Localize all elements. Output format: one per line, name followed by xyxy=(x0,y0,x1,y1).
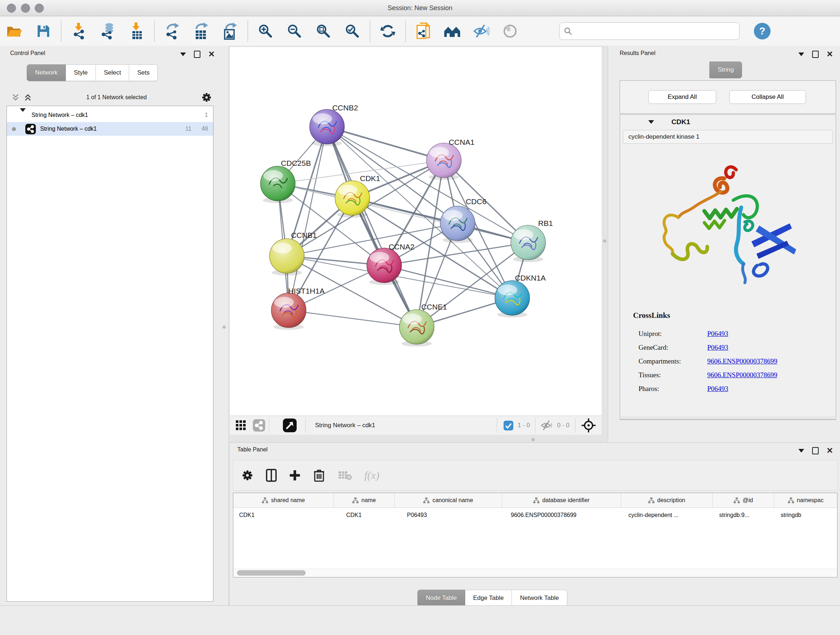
tab-string[interactable]: String xyxy=(709,62,742,78)
scrollbar-thumb[interactable] xyxy=(237,570,306,576)
float-panel-icon[interactable] xyxy=(812,51,819,58)
hide-selected-button[interactable] xyxy=(472,22,491,41)
tab-network[interactable]: Network xyxy=(27,65,66,81)
clone-network-button[interactable] xyxy=(414,22,433,41)
tab-network-table[interactable]: Network Table xyxy=(512,590,567,606)
close-panel-icon[interactable]: ✕ xyxy=(827,51,833,57)
close-panel-icon[interactable]: ✕ xyxy=(208,51,215,57)
splitter-grip[interactable] xyxy=(603,239,606,242)
network-row-selected[interactable]: String Network – cdk1 11 48 xyxy=(7,122,213,136)
network-node[interactable] xyxy=(367,248,401,283)
tab-select[interactable]: Select xyxy=(96,65,129,81)
column-header-description[interactable]: description xyxy=(621,493,713,508)
network-node[interactable] xyxy=(335,181,370,215)
panel-menu-icon[interactable] xyxy=(798,449,804,453)
crosslink-uniprot-link[interactable]: P06493 xyxy=(707,330,728,337)
show-overview-button[interactable] xyxy=(443,22,462,41)
export-network-button[interactable] xyxy=(163,22,182,41)
section-collapse-icon[interactable] xyxy=(648,120,654,124)
network-node[interactable] xyxy=(399,310,434,344)
crosslink-genecard-link[interactable]: P06493 xyxy=(707,344,728,351)
tab-sets[interactable]: Sets xyxy=(129,65,158,81)
float-panel-icon[interactable] xyxy=(812,447,819,454)
export-image-button[interactable] xyxy=(221,22,240,41)
network-node[interactable] xyxy=(426,143,461,178)
search-input[interactable] xyxy=(576,27,739,35)
network-node[interactable] xyxy=(261,166,295,201)
network-collection-row[interactable]: String Network – cdk1 1 xyxy=(7,108,213,122)
crosslink-tissues-link[interactable]: 9606.ENSP00000378699 xyxy=(707,371,777,379)
network-options-gear-icon[interactable] xyxy=(201,92,212,103)
protein-section-header[interactable]: CDK1 xyxy=(620,115,836,129)
network-node[interactable] xyxy=(309,109,344,144)
show-all-button[interactable] xyxy=(501,22,519,41)
table-horizontal-scrollbar[interactable] xyxy=(233,569,837,577)
detach-view-icon[interactable] xyxy=(283,418,297,432)
column-header-shared-name[interactable]: shared name xyxy=(233,493,334,508)
search-field[interactable] xyxy=(559,22,739,40)
cell-description[interactable]: cyclin-dependent ... xyxy=(621,508,713,523)
cell-canonical-name[interactable]: P06493 xyxy=(395,508,502,523)
expand-all-button[interactable]: Expand All xyxy=(648,90,716,104)
cell-name[interactable]: CDK1 xyxy=(334,508,395,523)
help-button[interactable]: ? xyxy=(754,23,771,40)
collapse-all-networks-icon[interactable] xyxy=(11,93,19,101)
network-node[interactable] xyxy=(440,206,475,241)
save-session-button[interactable] xyxy=(34,22,53,41)
panel-menu-icon[interactable] xyxy=(180,52,186,56)
show-columns-icon[interactable] xyxy=(266,469,277,482)
tab-node-table[interactable]: Node Table xyxy=(417,590,465,606)
results-horizontal-scrollbar[interactable] xyxy=(620,416,836,420)
zoom-out-button[interactable] xyxy=(285,22,304,41)
import-database-button[interactable] xyxy=(98,22,117,41)
network-node[interactable] xyxy=(271,293,306,328)
selected-checkbox-icon[interactable] xyxy=(504,421,513,431)
network-edge[interactable] xyxy=(289,310,417,327)
column-header-database-identifier[interactable]: database identifier xyxy=(502,493,621,508)
zoom-selected-button[interactable] xyxy=(343,22,362,41)
collapse-all-button[interactable]: Collapse All xyxy=(729,90,806,104)
crosslink-pharos-link[interactable]: P06493 xyxy=(707,385,728,393)
network-edge[interactable] xyxy=(327,127,444,160)
delete-column-trash-icon[interactable] xyxy=(314,469,325,482)
table-row[interactable]: CDK1 CDK1 P06493 9606.ENSP00000378699 cy… xyxy=(233,508,837,523)
grid-view-icon[interactable] xyxy=(235,420,246,431)
column-header-canonical-name[interactable]: canonical name xyxy=(395,493,502,508)
hidden-eye-slash-icon[interactable] xyxy=(540,420,554,431)
import-network-button[interactable] xyxy=(69,22,88,41)
import-table-button[interactable] xyxy=(127,22,146,41)
network-node[interactable] xyxy=(495,280,530,315)
crosslink-compartments-link[interactable]: 9606.ENSP00000378699 xyxy=(707,357,777,365)
cell-namespace[interactable]: stringdb xyxy=(774,508,837,523)
network-edge[interactable] xyxy=(327,127,417,327)
network-edge[interactable] xyxy=(384,265,512,298)
expand-all-networks-icon[interactable] xyxy=(24,93,32,101)
export-table-button[interactable] xyxy=(192,22,210,41)
splitter-grip[interactable] xyxy=(531,438,535,441)
panel-menu-icon[interactable] xyxy=(798,52,804,56)
network-node[interactable] xyxy=(270,239,304,273)
column-header-id[interactable]: @id xyxy=(713,493,774,508)
float-panel-icon[interactable] xyxy=(194,51,201,58)
refresh-button[interactable] xyxy=(378,22,397,41)
splitter-grip[interactable] xyxy=(223,325,226,329)
birdseye-navigator-icon[interactable] xyxy=(581,418,596,432)
cell-id[interactable]: stringdb:9... xyxy=(713,508,774,523)
column-header-namespace[interactable]: namespac xyxy=(774,493,837,508)
close-panel-icon[interactable]: ✕ xyxy=(827,448,833,454)
network-node[interactable] xyxy=(511,225,546,260)
tree-expand-icon[interactable] xyxy=(20,112,26,119)
open-session-button[interactable] xyxy=(5,22,24,41)
column-header-name[interactable]: name xyxy=(334,493,395,508)
table-settings-gear-icon[interactable] xyxy=(241,469,254,481)
add-column-icon[interactable] xyxy=(289,470,301,481)
zoom-fit-button[interactable] xyxy=(314,22,333,41)
tab-edge-table[interactable]: Edge Table xyxy=(465,590,512,606)
zoom-in-button[interactable] xyxy=(256,22,275,41)
tab-style[interactable]: Style xyxy=(66,65,96,81)
network-edge[interactable] xyxy=(289,127,327,310)
cell-database-identifier[interactable]: 9606.ENSP00000378699 xyxy=(502,508,621,523)
cell-shared-name[interactable]: CDK1 xyxy=(233,508,334,523)
protein-structure-image[interactable] xyxy=(620,157,836,302)
network-canvas[interactable]: CCNB2CCNA1CDC25BCDK1CDC6RB1CCNB1CCNA2CDK… xyxy=(230,47,602,416)
